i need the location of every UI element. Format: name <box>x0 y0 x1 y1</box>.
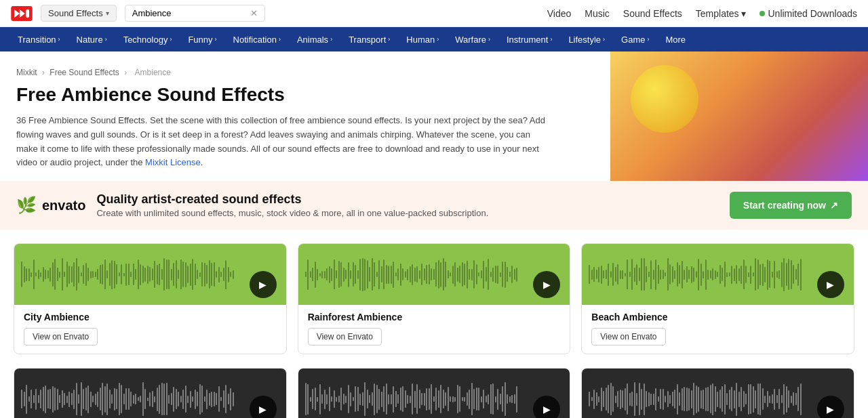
featured-card-2: ▶Beach AmbienceView on Envato <box>581 243 854 354</box>
nav-video[interactable]: Video <box>547 8 572 19</box>
envato-logo: 🌿 envato <box>16 196 85 215</box>
search-box: ✕ <box>125 5 265 22</box>
logo[interactable] <box>11 6 33 21</box>
chevron-icon: › <box>105 36 107 43</box>
chevron-icon: › <box>388 36 390 43</box>
view-on-envato-button-0[interactable]: View on Envato <box>24 328 98 346</box>
cat-warfare[interactable]: Warfare › <box>448 30 497 49</box>
sound-card-2: ▶Morning birdsMorningBirdNatureAmbience3… <box>581 368 854 418</box>
cat-lifestyle[interactable]: Lifestyle › <box>561 30 612 49</box>
cat-notification[interactable]: Notification › <box>226 30 288 49</box>
search-clear-icon[interactable]: ✕ <box>250 8 258 18</box>
cat-animals[interactable]: Animals › <box>290 30 339 49</box>
sound-waveform-0: ▶ <box>14 369 286 418</box>
breadcrumb-section[interactable]: Free Sound Effects <box>50 68 119 77</box>
waveform-1: ▶ <box>298 244 570 305</box>
sound-card-0: ▶Light rain loopStormRainNatureAmbience·… <box>14 368 287 418</box>
category-dropdown[interactable]: Sound Effects ▾ <box>41 5 117 22</box>
hero-background <box>610 51 868 181</box>
sound-cards-grid: ▶Light rain loopStormRainNatureAmbience·… <box>14 368 854 418</box>
top-nav-links: Video Music Sound Effects Templates ▾ Un… <box>547 8 857 19</box>
envato-brand: envato <box>42 198 85 213</box>
featured-cards-section: ▶City AmbienceView on Envato▶Rainforest … <box>0 230 868 368</box>
cat-technology[interactable]: Technology › <box>117 30 179 49</box>
featured-card-1: ▶Rainforest AmbienceView on Envato <box>298 243 571 354</box>
view-on-envato-button-1[interactable]: View on Envato <box>308 328 382 346</box>
mixkit-license-link[interactable]: Mixkit License <box>145 157 201 167</box>
breadcrumb-sep-1: › <box>42 68 45 77</box>
view-on-envato-button-2[interactable]: View on Envato <box>591 328 665 346</box>
hero-description: 36 Free Ambience Sound Effects. Set the … <box>16 114 545 170</box>
sound-waveform-2: ▶ <box>582 369 854 418</box>
chevron-icon: › <box>603 36 605 43</box>
external-link-icon: ↗ <box>830 200 838 211</box>
nav-unlimited-downloads[interactable]: Unlimited Downloads <box>760 8 857 19</box>
featured-card-0: ▶City AmbienceView on Envato <box>14 243 287 354</box>
chevron-icon: › <box>330 36 332 43</box>
sound-play-button-0[interactable]: ▶ <box>250 396 277 418</box>
sound-card-1: ▶Crickets and insects in the wild ambien… <box>298 368 571 418</box>
chevron-icon: › <box>647 36 649 43</box>
envato-title: Quality artist-created sound effects <box>96 192 718 207</box>
mixkit-logo-icon <box>11 6 33 21</box>
category-dropdown-label: Sound Effects <box>48 8 103 18</box>
featured-cards-grid: ▶City AmbienceView on Envato▶Rainforest … <box>14 243 854 354</box>
start-creating-button[interactable]: Start creating now ↗ <box>730 192 852 219</box>
chevron-icon: › <box>170 36 172 43</box>
hero-content: Mixkit › Free Sound Effects › Ambience F… <box>16 68 545 170</box>
nav-music[interactable]: Music <box>585 8 610 19</box>
cat-funny[interactable]: Funny › <box>181 30 223 49</box>
card-title-1: Rainforest Ambience <box>308 312 561 322</box>
cat-human[interactable]: Human › <box>399 30 446 49</box>
chevron-icon: › <box>58 36 60 43</box>
page-title: Free Ambience Sound Effects <box>16 84 545 106</box>
sound-play-button-1[interactable]: ▶ <box>533 396 560 418</box>
chevron-icon: › <box>550 36 552 43</box>
nav-sound-effects[interactable]: Sound Effects <box>623 8 682 19</box>
unlimited-badge-icon <box>760 11 765 16</box>
category-nav: Transition › Nature › Technology › Funny… <box>0 27 868 51</box>
envato-leaf-icon: 🌿 <box>16 196 37 215</box>
envato-banner: 🌿 envato Quality artist-created sound ef… <box>0 181 868 230</box>
cat-transition[interactable]: Transition › <box>11 30 67 49</box>
sound-play-button-2[interactable]: ▶ <box>817 396 844 418</box>
chevron-icon: › <box>437 36 439 43</box>
waveform-2: ▶ <box>582 244 854 305</box>
start-creating-label: Start creating now <box>743 200 826 211</box>
chevron-down-icon: ▾ <box>106 9 109 17</box>
breadcrumb-home[interactable]: Mixkit <box>16 68 37 77</box>
svg-rect-3 <box>26 9 29 18</box>
play-button-2[interactable]: ▶ <box>817 271 844 298</box>
cat-instrument[interactable]: Instrument › <box>500 30 559 49</box>
cat-nature[interactable]: Nature › <box>70 30 114 49</box>
play-button-0[interactable]: ▶ <box>250 271 277 298</box>
cat-game[interactable]: Game › <box>614 30 656 49</box>
cat-more[interactable]: More <box>658 30 692 49</box>
card-title-0: City Ambience <box>24 312 277 322</box>
sound-cards-section: ▶Light rain loopStormRainNatureAmbience·… <box>0 368 868 418</box>
waveform-0: ▶ <box>14 244 286 305</box>
envato-subtitle: Create with unlimited sound effects, mus… <box>96 208 718 218</box>
breadcrumb-sep-2: › <box>124 68 127 77</box>
breadcrumb-current: Ambience <box>135 68 171 77</box>
breadcrumb: Mixkit › Free Sound Effects › Ambience <box>16 68 545 77</box>
chevron-icon: › <box>215 36 217 43</box>
hero-section: Mixkit › Free Sound Effects › Ambience F… <box>0 51 868 181</box>
envato-text: Quality artist-created sound effects Cre… <box>96 192 718 218</box>
nav-templates[interactable]: Templates ▾ <box>696 8 747 19</box>
chevron-icon: › <box>279 36 281 43</box>
card-title-2: Beach Ambience <box>591 312 844 322</box>
search-input[interactable] <box>132 8 246 18</box>
cat-transport[interactable]: Transport › <box>342 30 397 49</box>
sound-waveform-1: ▶ <box>298 369 570 418</box>
chevron-icon: › <box>488 36 490 43</box>
top-nav: Sound Effects ▾ ✕ Video Music Sound Effe… <box>0 0 868 27</box>
